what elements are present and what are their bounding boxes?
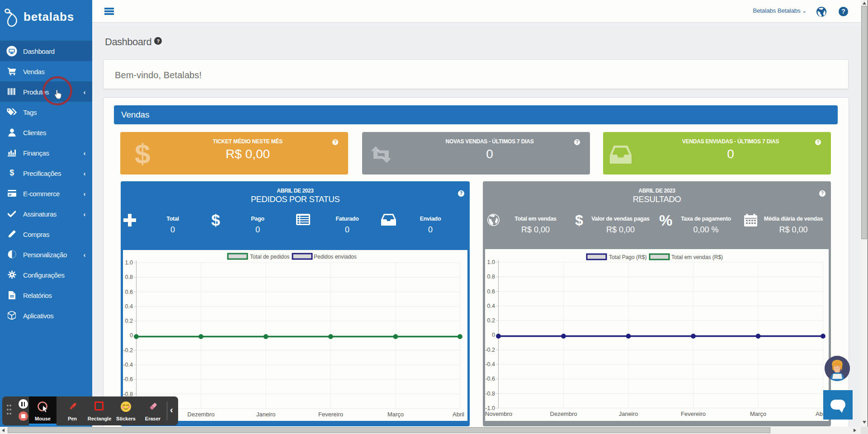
svg-text:0.8: 0.8 [125, 274, 133, 280]
svg-text:-0.2: -0.2 [123, 347, 133, 354]
svg-text:0: 0 [130, 332, 133, 339]
svg-text:Março: Março [387, 411, 404, 418]
svg-text:Março: Março [750, 410, 766, 417]
svg-text:Abril: Abril [453, 411, 464, 418]
svg-text:-0.4: -0.4 [485, 361, 495, 368]
svg-text:-0.6: -0.6 [485, 376, 495, 382]
svg-text:Total em vendas (R$): Total em vendas (R$) [671, 254, 723, 260]
svg-text:0.6: 0.6 [487, 288, 495, 295]
svg-text:-0.2: -0.2 [485, 347, 495, 353]
svg-text:0.6: 0.6 [125, 289, 133, 295]
svg-text:Total Pago (R$): Total Pago (R$) [609, 254, 646, 260]
svg-text:-0.6: -0.6 [123, 376, 133, 382]
svg-text:Pedidos enviados: Pedidos enviados [314, 254, 357, 260]
svg-text:-0.8: -0.8 [485, 391, 495, 397]
svg-text:Total de pedidos: Total de pedidos [250, 254, 289, 260]
svg-text:0.2: 0.2 [487, 317, 495, 324]
svg-text:0.2: 0.2 [125, 318, 133, 324]
svg-text:?: ? [156, 38, 160, 44]
svg-text:0: 0 [492, 332, 495, 338]
svg-text:1.0: 1.0 [125, 259, 133, 266]
svg-text:1.0: 1.0 [487, 259, 495, 265]
svg-text:Fevereiro: Fevereiro [681, 410, 706, 417]
svg-text:Janeiro: Janeiro [256, 411, 276, 418]
svg-text:Dezembro: Dezembro [550, 410, 577, 417]
svg-text:0.8: 0.8 [487, 274, 495, 280]
svg-text:Fevereiro: Fevereiro [318, 411, 343, 418]
svg-text:0.4: 0.4 [125, 303, 133, 310]
svg-text:0.4: 0.4 [487, 303, 495, 309]
svg-text:Novembro: Novembro [485, 410, 512, 417]
svg-text:Dezembro: Dezembro [188, 411, 215, 418]
svg-text:Janeiro: Janeiro [619, 410, 638, 417]
svg-text:-0.4: -0.4 [123, 362, 133, 368]
